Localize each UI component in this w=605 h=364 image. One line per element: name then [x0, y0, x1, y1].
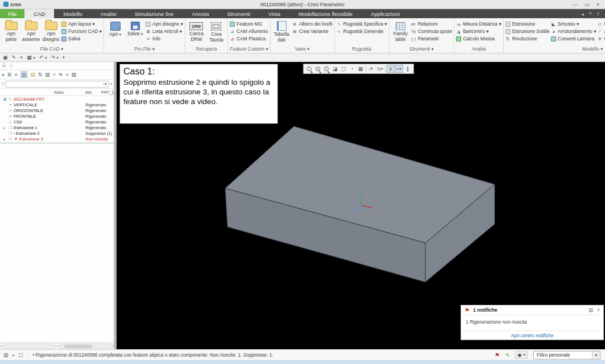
- browser-icon[interactable]: ◒: [12, 352, 15, 358]
- customize-qat-icon[interactable]: ▾: [63, 55, 65, 60]
- apri-disegno-button[interactable]: Apri disegno: [42, 19, 60, 43]
- tree-filter-input[interactable]: × ▾: [6, 81, 109, 88]
- filter-combo-caret-icon[interactable]: ▼: [592, 351, 600, 359]
- redo-icon[interactable]: ↷ ▾: [51, 55, 59, 60]
- scroll-left-icon[interactable]: ‹: [57, 344, 59, 348]
- rugosita-generale-button[interactable]: ∿Rugosità Generale: [337, 28, 387, 35]
- pro-file-apri-button[interactable]: Apri ▾: [106, 19, 125, 38]
- group-label-file-cad[interactable]: File CAD ▾: [2, 46, 102, 53]
- misura-distanza-button[interactable]: ⚌Misura Distanza ▾: [456, 21, 502, 27]
- tree-row-verticale[interactable]: ▱VERTICALE Rigenerato: [0, 102, 114, 107]
- plain-window-icon[interactable]: ▢: [18, 352, 23, 358]
- add-filter-icon[interactable]: +: [110, 81, 113, 87]
- graphics-area[interactable]: Caso 1: Sopprimo estrusione 2 e quindi l…: [117, 62, 605, 349]
- arrotondamento-button[interactable]: ◕Arrotondamento ▾: [551, 28, 596, 35]
- tab-analisi[interactable]: Analisi: [92, 9, 126, 18]
- scroll-right-icon[interactable]: ›: [113, 344, 114, 348]
- help-icon[interactable]: ?: [597, 11, 599, 16]
- tree-row-cs0[interactable]: ⟂CS0 Rigenerato: [0, 119, 114, 125]
- column-stato[interactable]: Stato: [0, 90, 85, 95]
- notification-close-icon[interactable]: ×: [597, 307, 600, 313]
- scroll-right-icon[interactable]: ›: [55, 344, 56, 348]
- find-tool[interactable]: ◉▾: [515, 351, 528, 359]
- tree-layers-icon[interactable]: ≋: [59, 72, 63, 77]
- commuta-quote-button[interactable]: ⅍Commuta quote: [411, 28, 452, 35]
- salva-button[interactable]: Salva: [61, 36, 102, 42]
- tree-row-frontale[interactable]: ▱FRONTALE Rigenerato: [0, 113, 114, 119]
- tree-settings-icon[interactable]: ▨: [45, 72, 50, 77]
- group-label-pro-file[interactable]: Pro.File ▾: [106, 46, 183, 53]
- view-orientation-icon[interactable]: ◔: [348, 65, 356, 73]
- group-label-strumenti[interactable]: Strumenti ▾: [391, 46, 452, 53]
- baricentro-button[interactable]: ◮Baricentro ▾: [456, 28, 502, 35]
- scroll-left-icon[interactable]: ‹: [0, 344, 1, 348]
- expand-icon[interactable]: ▸: [2, 137, 7, 141]
- tab-simulazione-live[interactable]: Simulazione live: [126, 9, 183, 18]
- carica-drw-button[interactable]: DRW Carica DRW: [187, 19, 206, 43]
- tree-search-icon[interactable]: ⌖: [65, 72, 68, 78]
- annotation-display-icon[interactable]: ¾▾: [376, 65, 384, 73]
- model-tree-tab-icon[interactable]: ⌸: [2, 63, 5, 69]
- filter-dropdown-icon[interactable]: ▾: [105, 82, 107, 86]
- search-icon[interactable]: ⌖: [589, 11, 592, 16]
- zoom-in-icon[interactable]: +: [314, 65, 322, 73]
- tree-collapse-icon[interactable]: ≡: [14, 72, 17, 77]
- datum-display-icon[interactable]: ∕▾: [367, 65, 375, 73]
- expand-icon[interactable]: ▸: [2, 126, 7, 130]
- tree-show-icon[interactable]: ⌗: [53, 72, 56, 78]
- columns-scrollbar[interactable]: [2, 344, 53, 349]
- tree-row-estrusione-2[interactable]: ❏▪Estrusione 2 Soppresso (1): [0, 130, 114, 136]
- tab-vista[interactable]: Vista: [259, 9, 289, 18]
- cam-alluminio-button[interactable]: ⊿CAM Alluminio: [230, 28, 268, 35]
- tree-highlight-icon[interactable]: ▤: [30, 72, 35, 77]
- apri-layout-button[interactable]: Apri layout ▾: [61, 21, 102, 27]
- open-notification-center-link[interactable]: Apri centro notifiche: [511, 333, 553, 338]
- refit-icon[interactable]: ◪: [331, 65, 339, 73]
- tree-doc-icon[interactable]: ▧: [71, 72, 76, 77]
- restore-button[interactable]: ▭: [585, 2, 590, 7]
- apri-parte-button[interactable]: Apri parte: [2, 19, 20, 43]
- tree-list-icon[interactable]: ≣: [7, 72, 12, 77]
- group-label-modello[interactable]: Modello ▾: [505, 46, 605, 53]
- piano-button[interactable]: ▱Piano: [597, 21, 605, 27]
- calcolo-massa-button[interactable]: Calcolo Massa: [456, 36, 502, 42]
- tab-annota[interactable]: Annota: [183, 9, 218, 18]
- tree-scrollbar[interactable]: [60, 344, 111, 349]
- edit-icon[interactable]: ✎: [12, 55, 16, 60]
- parametri-button[interactable]: ( )Parametri: [411, 36, 452, 42]
- crea-variante-button[interactable]: ⊞Crea Variante: [292, 28, 333, 35]
- model-window-icon[interactable]: ▤: [3, 352, 9, 358]
- window-check-icon[interactable]: ▣: [3, 55, 8, 60]
- orientation-mode-icon[interactable]: ⊶: [395, 65, 403, 73]
- named-views-icon[interactable]: ▢: [339, 65, 347, 73]
- family-table-button[interactable]: Family table: [391, 19, 410, 43]
- converti-lamiera-button[interactable]: Converti Lamiera: [551, 36, 596, 42]
- punto-button[interactable]: ✛Punto ▾: [597, 36, 605, 42]
- group-label-varie[interactable]: Varie ▾: [272, 46, 333, 53]
- tab-cad[interactable]: CAD: [24, 9, 54, 18]
- filter-funnel-icon[interactable]: ▽: [1, 81, 5, 86]
- display-style-icon[interactable]: ▦: [357, 65, 364, 73]
- smusso-button[interactable]: ◣Smusso ▾: [551, 21, 596, 27]
- pro-file-salva-button[interactable]: Salva ▾: [126, 19, 144, 38]
- tree-filter-icon[interactable]: ⇅: [38, 72, 43, 77]
- tree-row-estrusione-1[interactable]: ▸❏Estrusione 1 Rigenerato: [0, 125, 114, 130]
- zoom-box-icon[interactable]: [305, 65, 313, 73]
- tree-row-estrusione-3[interactable]: ▸❏⊘Estrusione 3 Non riuscita: [0, 136, 114, 142]
- asse-button[interactable]: ∕Asse: [597, 28, 605, 35]
- close-window-icon[interactable]: ×: [20, 55, 23, 60]
- feature-mg-button[interactable]: Feature MG: [230, 21, 268, 27]
- funzioni-cad-button[interactable]: Funzioni CAD ▾: [61, 28, 102, 35]
- info-button[interactable]: ≡Info: [146, 36, 183, 42]
- rivoluzione-button[interactable]: ↻Rivoluzione: [505, 36, 550, 42]
- apri-disegno-pro-button[interactable]: Apri disegno ▾: [146, 21, 183, 27]
- tree-row-root[interactable]: ◪⚠001240086.PRT: [0, 96, 114, 102]
- zoom-out-icon[interactable]: −: [322, 65, 330, 73]
- pause-icon[interactable]: ∥: [404, 65, 412, 73]
- selection-filter-combo[interactable]: Filtro personale ▼: [533, 351, 600, 359]
- albero-livelli-button[interactable]: ≋Albero dei livelli: [292, 21, 333, 27]
- apri-assieme-button[interactable]: Apri assieme: [22, 19, 40, 43]
- tree-columns-icon[interactable]: ▥: [20, 71, 28, 78]
- group-label-feature-custom[interactable]: Feature Custom ▾: [230, 46, 268, 53]
- tree-row-orizzontale[interactable]: ▱ORIZZONTALE Rigenerato: [0, 107, 114, 113]
